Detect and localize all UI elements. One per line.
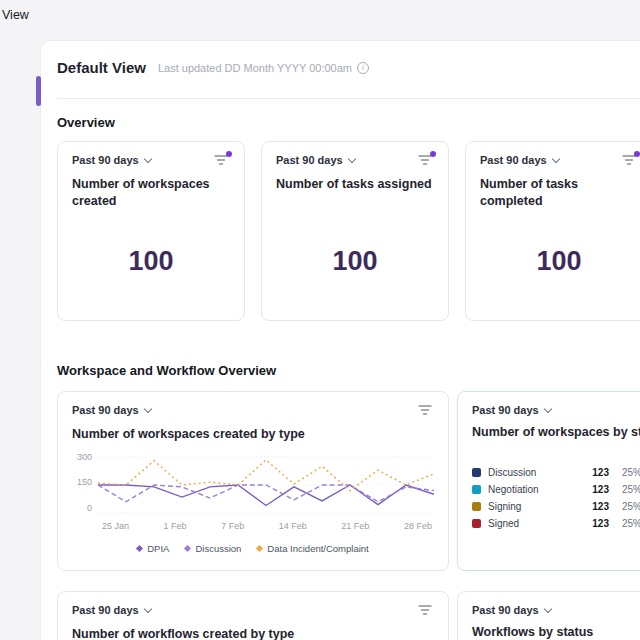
status-pct: 25% <box>616 484 640 495</box>
status-value: 123 <box>592 484 609 495</box>
card-title: Number of tasks assigned <box>276 176 434 210</box>
status-pct: 25% <box>616 467 640 478</box>
stat-value: 100 <box>72 246 230 277</box>
stat-card-workspaces-created: Past 90 days Number of workspaces create… <box>57 141 245 321</box>
chevron-down-icon <box>143 604 151 612</box>
legend-label: Data Incident/Complaint <box>267 543 368 554</box>
legend-item: Data Incident/Complaint <box>257 543 368 554</box>
page-header: Default View Last updated DD Month YYYY … <box>57 59 369 76</box>
filter-active-dot <box>634 151 640 157</box>
period-label: Past 90 days <box>72 604 139 616</box>
period-selector[interactable]: Past 90 days <box>472 404 551 416</box>
filter-button[interactable] <box>418 604 434 618</box>
last-updated-text: Last updated DD Month YYYY 00:00am <box>158 62 352 74</box>
status-pct: 25% <box>616 501 640 512</box>
filter-icon <box>418 404 432 416</box>
info-icon[interactable]: i <box>357 62 369 74</box>
section-workspace-workflow: Workspace and Workflow Overview <box>57 363 276 378</box>
period-label: Past 90 days <box>276 154 343 166</box>
period-label: Past 90 days <box>72 404 139 416</box>
x-tick: 1 Feb <box>164 521 187 531</box>
stat-value: 100 <box>276 246 434 277</box>
filter-button[interactable] <box>622 154 638 168</box>
status-label: Discussion <box>488 467 585 478</box>
period-selector[interactable]: Past 90 days <box>72 154 151 166</box>
x-tick: 7 Feb <box>221 521 244 531</box>
period-label: Past 90 days <box>472 404 539 416</box>
chevron-down-icon <box>551 154 559 162</box>
card-title: Number of workflows created by type <box>72 626 434 640</box>
card-title: Workflows by status <box>472 624 640 640</box>
workspaces-by-type-card: Past 90 days Number of workspaces create… <box>57 391 449 571</box>
legend-square-icon <box>472 502 481 511</box>
status-value: 123 <box>592 467 609 478</box>
legend-item: Discussion <box>185 543 241 554</box>
legend-item: DPIA <box>137 543 169 554</box>
period-selector[interactable]: Past 90 days <box>72 604 151 616</box>
legend-label: DPIA <box>147 543 169 554</box>
card-title: Number of workspaces created by type <box>72 426 434 443</box>
status-legend: Discussion 123 25% Negotiation 123 25% S… <box>472 467 640 529</box>
filter-active-dot <box>430 151 436 157</box>
stat-card-tasks-completed: Past 90 days Number of tasks completed 1… <box>465 141 640 321</box>
status-row: Negotiation 123 25% <box>472 484 640 495</box>
status-value: 123 <box>592 518 609 529</box>
chart-legend: DPIA Discussion Data Incident/Complaint <box>72 543 434 554</box>
workflows-by-status-card: Past 90 days Workflows by status <box>457 591 640 640</box>
line-chart: 300 150 0 25 Jan 1 Feb 7 Feb 14 Feb 21 F… <box>72 455 434 554</box>
card-title: Number of tasks completed <box>480 176 638 210</box>
status-row: Signed 123 25% <box>472 518 640 529</box>
section-overview: Overview <box>57 115 115 130</box>
x-tick: 28 Feb <box>404 521 432 531</box>
filter-icon <box>418 604 432 616</box>
filter-button[interactable] <box>418 154 434 168</box>
period-selector[interactable]: Past 90 days <box>276 154 355 166</box>
status-row: Signing 123 25% <box>472 501 640 512</box>
status-label: Signing <box>488 501 585 512</box>
chevron-down-icon <box>143 154 151 162</box>
diamond-marker-icon <box>184 545 191 552</box>
x-tick: 25 Jan <box>102 521 129 531</box>
main-panel: Default View Last updated DD Month YYYY … <box>40 40 640 640</box>
y-tick: 150 <box>77 478 92 487</box>
legend-square-icon <box>472 468 481 477</box>
period-label: Past 90 days <box>480 154 547 166</box>
y-axis: 300 150 0 <box>72 455 98 515</box>
stat-value: 100 <box>480 246 638 277</box>
x-tick: 14 Feb <box>279 521 307 531</box>
legend-label: Discussion <box>195 543 241 554</box>
filter-button[interactable] <box>214 154 230 168</box>
filter-button[interactable] <box>418 404 434 418</box>
line-chart-plot <box>98 455 434 515</box>
last-updated: Last updated DD Month YYYY 00:00am i <box>158 62 369 74</box>
period-selector[interactable]: Past 90 days <box>72 404 151 416</box>
page-title: Default View <box>57 59 146 76</box>
stat-card-tasks-assigned: Past 90 days Number of tasks assigned 10… <box>261 141 449 321</box>
period-selector[interactable]: Past 90 days <box>480 154 559 166</box>
status-label: Negotiation <box>488 484 585 495</box>
diamond-marker-icon <box>256 545 263 552</box>
active-nav-indicator <box>36 76 41 106</box>
y-tick: 300 <box>77 453 92 462</box>
card-title: Number of workspaces by status <box>472 424 640 441</box>
legend-square-icon <box>472 519 481 528</box>
diamond-marker-icon <box>136 545 143 552</box>
legend-square-icon <box>472 485 481 494</box>
status-pct: 25% <box>616 518 640 529</box>
chevron-down-icon <box>143 404 151 412</box>
workspaces-by-status-card: Past 90 days Number of workspaces by sta… <box>457 391 640 571</box>
period-label: Past 90 days <box>72 154 139 166</box>
period-label: Past 90 days <box>472 604 539 616</box>
period-selector[interactable]: Past 90 days <box>472 604 551 616</box>
filter-active-dot <box>226 151 232 157</box>
chevron-down-icon <box>543 404 551 412</box>
y-tick: 0 <box>87 504 92 513</box>
status-value: 123 <box>592 501 609 512</box>
chevron-down-icon <box>543 604 551 612</box>
x-tick: 21 Feb <box>341 521 369 531</box>
status-label: Signed <box>488 518 585 529</box>
card-title: Number of workspaces created <box>72 176 230 210</box>
header-divider <box>57 98 640 99</box>
workflows-by-type-card: Past 90 days Number of workflows created… <box>57 591 449 640</box>
nav-view-label: View <box>2 8 29 22</box>
